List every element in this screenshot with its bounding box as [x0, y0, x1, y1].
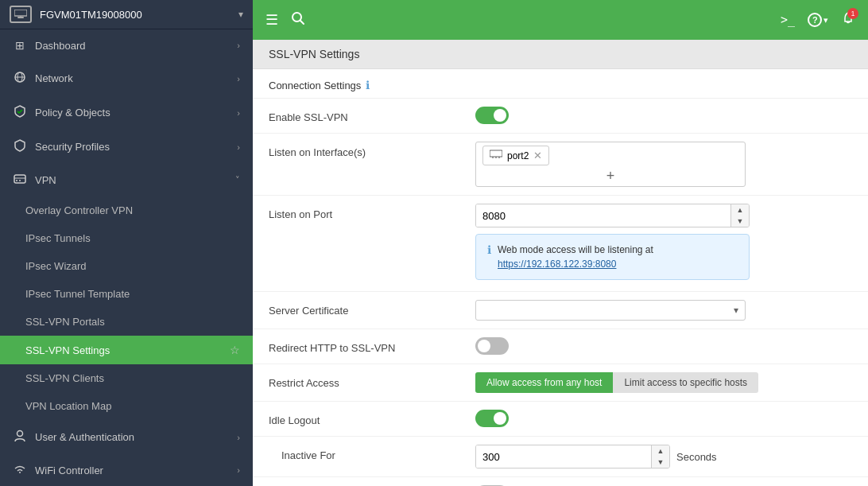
sidebar-item-ssl-vpn-clients[interactable]: SSL-VPN Clients [0, 364, 253, 392]
listen-interface-value: port2 ✕ + [475, 142, 852, 187]
sidebar-item-wifi-controller[interactable]: WiFi Controller › [0, 454, 253, 486]
web-mode-info-box: ℹ Web mode access will be listening at h… [475, 234, 750, 280]
listen-port-row: Listen on Port ▲ ▼ ℹ Web mode access wil… [253, 196, 868, 292]
redirect-http-label: Redirect HTTP to SSL-VPN [269, 337, 475, 354]
notification-bell-icon[interactable]: 1 [841, 11, 855, 29]
menu-icon[interactable]: ☰ [265, 11, 278, 29]
port-spinner-up[interactable]: ▲ [731, 204, 749, 216]
page-title: SSL-VPN Settings [253, 40, 868, 69]
sidebar-item-user-authentication[interactable]: User & Authentication › [0, 420, 253, 454]
listen-port-label: Listen on Port [269, 204, 475, 220]
sidebar-sub-label: IPsec Tunnels [25, 232, 240, 244]
sidebar-item-ipsec-tunnels[interactable]: IPsec Tunnels [0, 224, 253, 252]
vpn-icon [13, 173, 27, 187]
server-certificate-value: ▾ [475, 300, 852, 321]
info-text: Web mode access will be listening at [498, 244, 653, 255]
idle-logout-row: Idle Logout [253, 402, 868, 437]
listen-port-input[interactable] [476, 204, 730, 227]
sidebar-item-network[interactable]: Network › [0, 61, 253, 95]
chevron-right-icon: › [237, 142, 240, 152]
redirect-http-toggle[interactable] [475, 337, 509, 355]
sidebar-sub-label: VPN Location Map [25, 400, 240, 412]
info-icon: ℹ [487, 243, 491, 256]
inactive-for-label: Inactive For [269, 445, 475, 461]
wifi-icon [13, 464, 27, 476]
sidebar-sub-label: IPsec Wizard [25, 260, 240, 272]
svg-rect-15 [490, 150, 502, 157]
chevron-down-icon: ˅ [235, 175, 240, 185]
star-icon[interactable]: ☆ [230, 344, 240, 356]
server-certificate-select[interactable]: ▾ [475, 300, 746, 321]
idle-logout-label: Idle Logout [269, 410, 475, 426]
limit-specific-hosts-button[interactable]: Limit access to specific hosts [613, 372, 758, 393]
sidebar-item-dashboard[interactable]: ⊞ Dashboard › [0, 29, 253, 61]
sidebar-item-security-profiles[interactable]: Security Profiles › [0, 130, 253, 164]
restrict-access-row: Restrict Access Allow access from any ho… [253, 364, 868, 402]
sidebar-item-ssl-vpn-settings[interactable]: SSL-VPN Settings ☆ [0, 336, 253, 364]
inactive-spinner-up[interactable]: ▲ [652, 445, 669, 457]
inactive-for-value: ▲ ▼ Seconds [475, 445, 852, 469]
notification-count-badge: 1 [847, 8, 858, 19]
sidebar-item-vpn[interactable]: VPN ˅ [0, 164, 253, 196]
info-link[interactable]: https://192.168.122.39:8080 [498, 259, 616, 270]
restrict-access-label: Restrict Access [269, 372, 475, 389]
redirect-http-value [475, 337, 852, 355]
sidebar-item-vpn-location-map[interactable]: VPN Location Map [0, 392, 253, 420]
svg-point-10 [17, 431, 23, 437]
idle-logout-toggle[interactable] [475, 410, 509, 427]
port-spinner-down[interactable]: ▼ [731, 216, 749, 227]
chevron-right-icon: › [237, 433, 240, 442]
inactive-spinner-down[interactable]: ▼ [652, 457, 669, 468]
allow-any-host-button[interactable]: Allow access from any host [475, 372, 613, 393]
sidebar-item-ssl-vpn-portals[interactable]: SSL-VPN Portals [0, 308, 253, 336]
inactive-for-input[interactable] [476, 445, 651, 468]
add-interface-button[interactable]: + [482, 169, 738, 183]
info-tooltip-icon[interactable]: ℹ [366, 79, 370, 91]
sidebar-item-ipsec-wizard[interactable]: IPsec Wizard [0, 252, 253, 280]
network-icon [13, 71, 27, 86]
sidebar-sub-label: SSL-VPN Portals [25, 316, 240, 328]
sidebar-item-label: Dashboard [35, 40, 237, 52]
interface-tag-port2: port2 ✕ [482, 146, 549, 165]
sidebar-header: FGVM01TM19008000 ▾ [0, 0, 253, 29]
sidebar-item-label: VPN [35, 174, 235, 186]
svg-rect-6 [14, 175, 25, 183]
sidebar-item-ipsec-tunnel-template[interactable]: IPsec Tunnel Template [0, 280, 253, 308]
device-title: FGVM01TM19008000 [40, 9, 238, 21]
search-icon[interactable] [291, 11, 305, 29]
sidebar-item-label: Network [35, 72, 237, 84]
sidebar-item-overlay-controller[interactable]: Overlay Controller VPN [0, 196, 253, 224]
inactive-spinner: ▲ ▼ [651, 445, 669, 468]
require-cert-row: Require Client Certificate [253, 477, 868, 486]
chevron-right-icon: › [237, 41, 240, 50]
sidebar-item-label: User & Authentication [35, 431, 237, 443]
sidebar-item-policy-objects[interactable]: Policy & Objects › [0, 95, 253, 130]
seconds-label: Seconds [676, 451, 717, 463]
enable-ssl-vpn-toggle[interactable] [475, 107, 509, 124]
interface-tag-icon [490, 150, 502, 161]
sidebar: FGVM01TM19008000 ▾ ⊞ Dashboard › Network… [0, 0, 253, 486]
listen-port-input-wrapper: ▲ ▼ [475, 204, 750, 227]
section-title-connection-settings: Connection Settings ℹ [253, 69, 868, 99]
sidebar-sub-label: IPsec Tunnel Template [25, 288, 240, 300]
security-icon [13, 139, 27, 154]
terminal-icon[interactable]: >_ [781, 13, 795, 27]
help-icon[interactable]: ? ▾ [808, 13, 828, 27]
remove-interface-icon[interactable]: ✕ [533, 150, 542, 161]
restrict-access-btn-group: Allow access from any host Limit access … [475, 372, 758, 393]
inactive-for-input-wrapper: ▲ ▼ [475, 445, 670, 469]
svg-line-12 [300, 21, 304, 24]
device-icon [10, 6, 32, 23]
enable-ssl-vpn-label: Enable SSL-VPN [269, 107, 475, 123]
port-spinner: ▲ ▼ [730, 204, 749, 227]
sidebar-expand-icon[interactable]: ▾ [238, 9, 243, 20]
policy-icon [13, 105, 27, 120]
enable-ssl-vpn-value [475, 107, 852, 124]
info-box-text: Web mode access will be listening at htt… [498, 243, 653, 271]
redirect-http-row: Redirect HTTP to SSL-VPN [253, 329, 868, 364]
svg-point-8 [16, 180, 17, 181]
listen-port-value: ▲ ▼ ℹ Web mode access will be listening … [475, 204, 852, 283]
sidebar-sub-label: Overlay Controller VPN [25, 204, 240, 216]
listen-interface-label: Listen on Interface(s) [269, 142, 475, 158]
svg-point-9 [19, 180, 21, 181]
